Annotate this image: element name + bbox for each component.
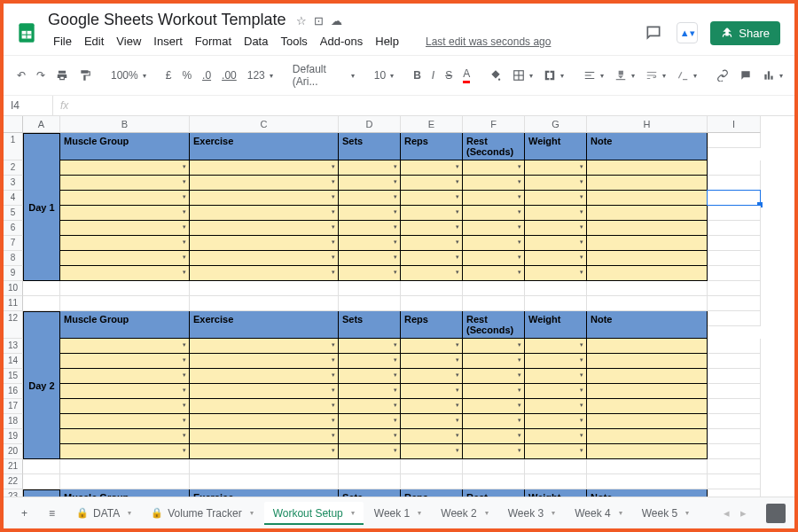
data-cell[interactable]: ▾ (401, 160, 463, 176)
column-header[interactable]: B (60, 116, 190, 133)
data-cell[interactable] (587, 206, 708, 221)
dropdown-arrow-icon[interactable]: ▾ (580, 208, 583, 215)
empty-cell[interactable] (587, 459, 708, 474)
empty-cell[interactable] (60, 474, 190, 489)
borders-icon[interactable] (508, 66, 537, 85)
doc-title[interactable]: Google Sheets Workout Template (48, 11, 286, 28)
data-cell[interactable]: ▾ (525, 236, 587, 251)
data-cell[interactable]: ▾ (401, 354, 463, 369)
dropdown-arrow-icon[interactable]: ▾ (183, 356, 186, 364)
row-header[interactable]: 6 (4, 221, 23, 236)
row-header[interactable]: 18 (4, 414, 23, 429)
empty-cell[interactable] (708, 160, 761, 176)
dropdown-arrow-icon[interactable]: ▾ (332, 269, 335, 276)
data-cell[interactable]: ▾ (463, 369, 525, 384)
data-cell[interactable]: ▾ (525, 266, 587, 281)
data-cell[interactable]: ▾ (339, 354, 401, 369)
data-cell[interactable]: ▾ (190, 176, 339, 191)
data-cell[interactable]: ▾ (190, 414, 339, 429)
dropdown-arrow-icon[interactable]: ▾ (394, 239, 397, 246)
empty-cell[interactable] (463, 474, 525, 489)
dropdown-arrow-icon[interactable]: ▾ (394, 223, 397, 231)
dropdown-arrow-icon[interactable]: ▾ (518, 208, 521, 215)
row-header[interactable]: 15 (4, 369, 23, 384)
empty-cell[interactable] (23, 474, 60, 489)
data-cell[interactable]: ▾ (525, 176, 587, 191)
decrease-decimal-button[interactable]: .0 (198, 66, 215, 85)
dropdown-arrow-icon[interactable]: ▾ (332, 193, 335, 200)
dropdown-arrow-icon[interactable]: ▾ (394, 432, 397, 439)
dropdown-arrow-icon[interactable]: ▾ (394, 208, 397, 215)
row-header[interactable]: 19 (4, 429, 23, 444)
data-cell[interactable]: ▾ (463, 206, 525, 221)
empty-cell[interactable] (401, 281, 463, 296)
empty-cell[interactable] (60, 459, 190, 474)
empty-cell[interactable] (525, 474, 587, 489)
row-header[interactable]: 21 (4, 459, 23, 474)
move-icon[interactable]: ⊡ (314, 14, 324, 27)
data-cell[interactable]: ▾ (339, 429, 401, 444)
empty-cell[interactable] (708, 296, 761, 311)
link-icon[interactable] (712, 66, 733, 85)
data-cell[interactable]: ▾ (190, 429, 339, 444)
empty-cell[interactable] (708, 354, 761, 369)
data-cell[interactable]: ▾ (339, 236, 401, 251)
dropdown-arrow-icon[interactable]: ▾ (456, 417, 459, 424)
data-cell[interactable]: ▾ (60, 369, 190, 384)
data-cell[interactable]: ▾ (401, 236, 463, 251)
empty-cell[interactable] (708, 459, 761, 474)
number-format-dropdown[interactable]: 123 (243, 66, 278, 85)
data-cell[interactable] (587, 444, 708, 459)
font-size-dropdown[interactable]: 10 (370, 66, 398, 85)
dropdown-arrow-icon[interactable]: ▾ (580, 402, 583, 409)
row-header[interactable]: 5 (4, 206, 23, 221)
empty-cell[interactable] (708, 176, 761, 191)
data-cell[interactable]: ▾ (339, 339, 401, 354)
present-button[interactable]: ▲▾ (677, 22, 698, 43)
dropdown-arrow-icon[interactable]: ▾ (518, 223, 521, 231)
sheet-tab[interactable]: Week 3 (499, 502, 564, 525)
empty-cell[interactable] (401, 474, 463, 489)
empty-cell[interactable] (708, 221, 761, 236)
table-header-cell[interactable]: Reps (401, 133, 463, 160)
dropdown-arrow-icon[interactable]: ▾ (183, 178, 186, 185)
data-cell[interactable]: ▾ (339, 414, 401, 429)
dropdown-arrow-icon[interactable]: ▾ (183, 163, 186, 170)
increase-decimal-button[interactable]: .00 (217, 66, 241, 85)
table-header-cell[interactable] (708, 133, 761, 148)
data-cell[interactable] (587, 160, 708, 176)
data-cell[interactable] (587, 414, 708, 429)
data-cell[interactable]: ▾ (463, 236, 525, 251)
dropdown-arrow-icon[interactable]: ▾ (183, 372, 186, 379)
data-cell[interactable]: ▾ (190, 399, 339, 414)
data-cell[interactable]: ▾ (401, 399, 463, 414)
data-cell[interactable]: ▾ (401, 384, 463, 399)
data-cell[interactable]: ▾ (463, 251, 525, 266)
data-cell[interactable]: ▾ (190, 354, 339, 369)
column-header[interactable]: E (401, 116, 463, 133)
data-cell[interactable]: ▾ (60, 399, 190, 414)
column-header[interactable]: F (463, 116, 525, 133)
data-cell[interactable]: ▾ (60, 176, 190, 191)
data-cell[interactable]: ▾ (339, 266, 401, 281)
dropdown-arrow-icon[interactable]: ▾ (518, 402, 521, 409)
dropdown-arrow-icon[interactable]: ▾ (394, 341, 397, 348)
row-header[interactable]: 23 (4, 489, 23, 497)
table-header-cell[interactable]: Reps (401, 489, 463, 497)
dropdown-arrow-icon[interactable]: ▾ (456, 372, 459, 379)
table-header-cell[interactable]: Muscle Group (60, 311, 190, 339)
data-cell[interactable]: ▾ (525, 399, 587, 414)
dropdown-arrow-icon[interactable]: ▾ (456, 254, 459, 261)
table-header-cell[interactable]: Exercise (190, 133, 339, 160)
data-cell[interactable]: ▾ (60, 221, 190, 236)
row-header[interactable]: 14 (4, 354, 23, 369)
dropdown-arrow-icon[interactable]: ▾ (518, 163, 521, 170)
paint-format-icon[interactable] (74, 66, 96, 85)
row-header[interactable]: 4 (4, 191, 23, 206)
data-cell[interactable]: ▾ (190, 384, 339, 399)
data-cell[interactable]: ▾ (339, 221, 401, 236)
dropdown-arrow-icon[interactable]: ▾ (456, 432, 459, 439)
data-cell[interactable]: ▾ (525, 414, 587, 429)
dropdown-arrow-icon[interactable]: ▾ (456, 387, 459, 394)
dropdown-arrow-icon[interactable]: ▾ (580, 447, 583, 454)
